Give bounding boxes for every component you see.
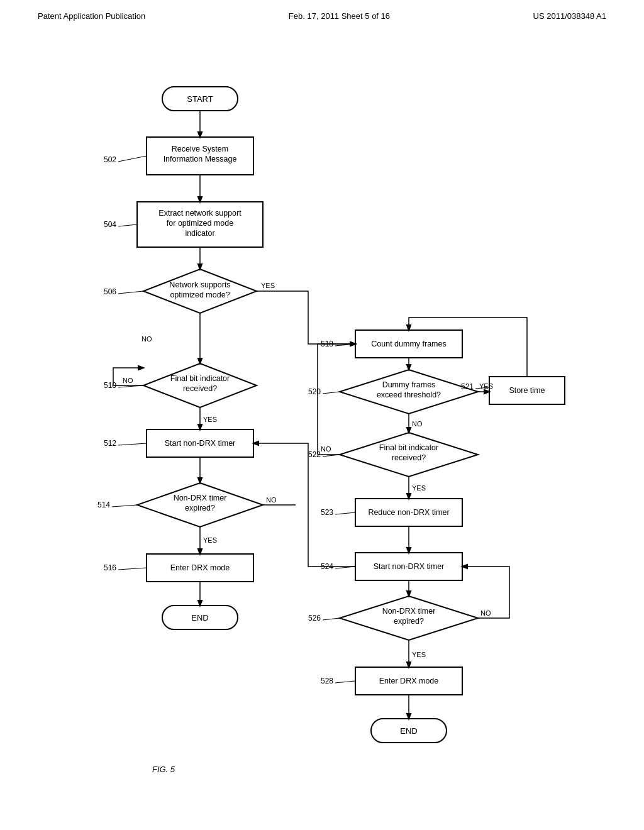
svg-text:Count dummy frames: Count dummy frames bbox=[371, 340, 446, 348]
svg-text:NO: NO bbox=[266, 496, 277, 504]
svg-text:504: 504 bbox=[104, 220, 116, 229]
svg-text:Reduce non-DRX timer: Reduce non-DRX timer bbox=[368, 508, 449, 517]
svg-text:502: 502 bbox=[104, 155, 116, 164]
svg-text:Start non-DRX timer: Start non-DRX timer bbox=[165, 439, 236, 448]
svg-line-46 bbox=[323, 392, 340, 394]
svg-text:optimized mode?: optimized mode? bbox=[170, 290, 230, 299]
svg-text:YES: YES bbox=[203, 416, 217, 423]
svg-text:512: 512 bbox=[104, 439, 116, 448]
svg-text:516: 516 bbox=[104, 563, 116, 572]
svg-text:Enter DRX mode: Enter DRX mode bbox=[379, 677, 439, 685]
svg-text:523: 523 bbox=[321, 508, 333, 517]
svg-line-35 bbox=[118, 568, 147, 570]
svg-text:YES: YES bbox=[412, 651, 426, 658]
svg-text:521: 521 bbox=[461, 382, 474, 391]
svg-text:YES: YES bbox=[261, 282, 275, 289]
header-left: Patent Application Publication bbox=[38, 11, 145, 21]
svg-text:FIG. 5: FIG. 5 bbox=[152, 765, 175, 774]
svg-text:NO: NO bbox=[321, 445, 331, 453]
svg-text:YES: YES bbox=[412, 484, 426, 492]
svg-text:Final bit indicator: Final bit indicator bbox=[170, 374, 230, 383]
svg-text:Final bit indicator: Final bit indicator bbox=[379, 443, 439, 452]
svg-text:for optimized mode: for optimized mode bbox=[167, 219, 233, 228]
svg-line-59 bbox=[335, 512, 355, 514]
svg-text:received?: received? bbox=[392, 453, 426, 462]
svg-text:Information Message: Information Message bbox=[164, 155, 237, 163]
svg-line-6 bbox=[118, 156, 147, 162]
svg-text:Enter DRX mode: Enter DRX mode bbox=[170, 563, 230, 572]
svg-text:exceed threshold?: exceed threshold? bbox=[377, 390, 441, 399]
svg-text:526: 526 bbox=[308, 614, 321, 622]
svg-text:Receive System: Receive System bbox=[172, 145, 228, 153]
diagram-area: START Receive System Information Message… bbox=[0, 27, 644, 800]
svg-line-12 bbox=[118, 224, 137, 226]
svg-line-26 bbox=[118, 443, 147, 445]
svg-line-17 bbox=[118, 291, 143, 294]
svg-text:NO: NO bbox=[480, 609, 491, 617]
svg-text:514: 514 bbox=[97, 501, 110, 509]
svg-text:520: 520 bbox=[308, 387, 321, 396]
svg-text:NO: NO bbox=[142, 335, 152, 343]
svg-text:NO: NO bbox=[412, 420, 423, 428]
svg-text:received?: received? bbox=[183, 384, 217, 393]
svg-text:NO: NO bbox=[123, 377, 133, 384]
svg-text:START: START bbox=[187, 94, 213, 104]
svg-text:Dummy frames: Dummy frames bbox=[382, 380, 436, 389]
svg-text:expired?: expired? bbox=[185, 504, 215, 512]
header-center: Feb. 17, 2011 Sheet 5 of 16 bbox=[289, 11, 390, 21]
page-header: Patent Application Publication Feb. 17, … bbox=[0, 0, 644, 27]
svg-text:Network supports: Network supports bbox=[169, 280, 230, 289]
svg-text:expired?: expired? bbox=[394, 617, 424, 626]
svg-line-72 bbox=[335, 681, 355, 683]
header-right: US 2011/038348 A1 bbox=[533, 11, 606, 21]
flowchart-svg: START Receive System Information Message… bbox=[0, 27, 644, 800]
svg-text:END: END bbox=[400, 726, 417, 736]
svg-text:Non-DRX timer: Non-DRX timer bbox=[174, 494, 227, 502]
svg-text:YES: YES bbox=[479, 382, 493, 390]
svg-text:Non-DRX timer: Non-DRX timer bbox=[382, 607, 436, 616]
svg-text:Start non-DRX timer: Start non-DRX timer bbox=[374, 562, 445, 571]
svg-text:528: 528 bbox=[321, 677, 333, 685]
svg-line-68 bbox=[323, 618, 340, 620]
svg-text:END: END bbox=[191, 613, 208, 622]
svg-text:YES: YES bbox=[203, 536, 217, 544]
svg-text:506: 506 bbox=[104, 287, 116, 296]
svg-text:indicator: indicator bbox=[185, 229, 214, 238]
svg-text:Store time: Store time bbox=[509, 386, 545, 395]
svg-line-31 bbox=[112, 505, 137, 507]
svg-text:Extract network support: Extract network support bbox=[158, 209, 242, 218]
